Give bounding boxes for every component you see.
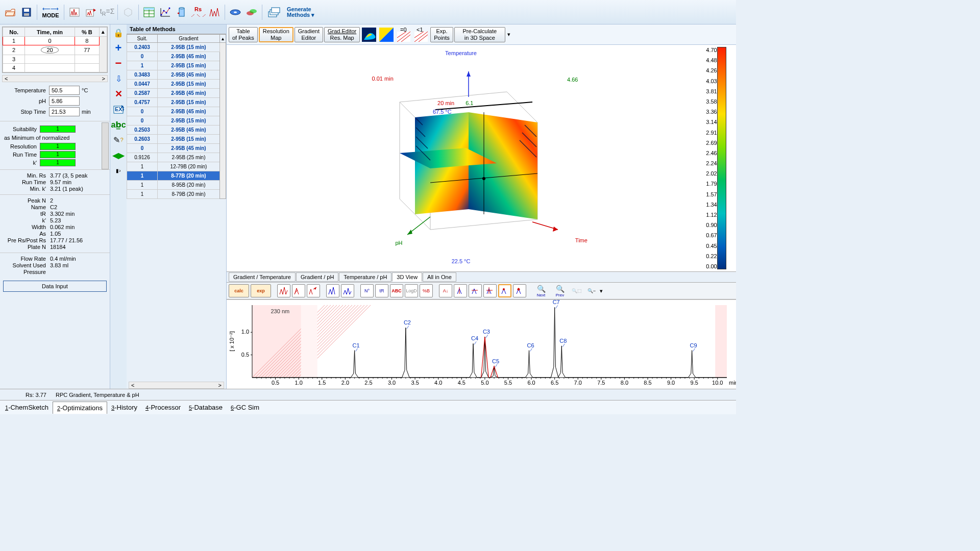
footer-tab[interactable]: 5-Database	[185, 402, 227, 413]
open-icon[interactable]	[3, 5, 17, 19]
zoom-area-icon[interactable]: 🔍⬚	[570, 284, 583, 297]
column-icon[interactable]	[175, 5, 189, 19]
ph-input[interactable]	[49, 96, 80, 106]
lock-icon[interactable]: 🔒	[112, 27, 125, 39]
hatch-lt1-icon[interactable]: <1	[413, 27, 429, 43]
table-icon[interactable]	[142, 5, 156, 19]
insert-icon[interactable]: ⇩	[112, 72, 125, 85]
remove-icon[interactable]: −	[112, 57, 125, 69]
method-row[interactable]: 0.25032-95B (45 min)	[127, 126, 226, 135]
peaks-blue2-icon[interactable]	[341, 284, 354, 297]
temperature-input[interactable]	[49, 86, 80, 95]
cursor5-icon[interactable]	[513, 284, 526, 297]
hatch-eq0-icon[interactable]: =0	[396, 27, 412, 43]
cursor2-icon[interactable]	[469, 284, 482, 297]
gradient-editor-button[interactable]: GradientEditor	[295, 27, 323, 42]
exp-points-button[interactable]: Exp.Points	[430, 27, 453, 42]
delete-icon[interactable]: ✕	[112, 88, 125, 100]
method-row[interactable]: 0.24032-95B (15 min)	[127, 43, 226, 52]
overlay-icon[interactable]	[244, 5, 259, 19]
save-icon[interactable]	[19, 5, 34, 19]
method-row[interactable]: 0.04472-95B (15 min)	[127, 80, 226, 89]
exp-button[interactable]: exp	[251, 284, 271, 297]
stoptime-input[interactable]	[49, 107, 80, 116]
hscrollbar[interactable]: <>	[2, 75, 108, 82]
dropdown-icon[interactable]: ▾	[600, 288, 603, 294]
logd-button[interactable]: LogD	[405, 284, 418, 297]
view-tab[interactable]: Gradient / pH	[296, 272, 338, 282]
sigma-icon[interactable]: tR=Σ	[100, 5, 114, 19]
pb-button[interactable]: %B	[420, 284, 433, 297]
structure-icon[interactable]	[121, 5, 135, 19]
grad-editor-resmap-button[interactable]: Grad.EditorRes. Map	[324, 27, 360, 42]
method-row[interactable]: 18-77B (20 min)	[127, 171, 226, 181]
svg-marker-53	[314, 287, 316, 290]
view-tab[interactable]: Gradient / Temperature	[229, 272, 296, 282]
gradient-table[interactable]: No.Time, min% B▴ 108 22077 3 4	[2, 27, 108, 73]
generate-methods-button[interactable]: Generate Methods ▾	[287, 7, 314, 18]
next-button[interactable]: 🔍Next	[532, 284, 550, 297]
add-icon[interactable]: +	[112, 42, 125, 54]
expand-icon[interactable]: ▮›	[112, 164, 125, 177]
rs-icon[interactable]: Rs⟋⟍⟋	[191, 5, 205, 19]
cursor3-icon[interactable]	[483, 284, 497, 297]
method-row[interactable]: 0.25872-95B (45 min)	[127, 89, 226, 98]
gradient-icon[interactable]	[378, 27, 395, 43]
precalc-button[interactable]: Pre-Calculatein 3D Space	[454, 27, 505, 42]
methods-table[interactable]: Suit.Gradient▴ 0.24032-95B (15 min)02-95…	[127, 34, 226, 382]
contour-icon[interactable]	[361, 27, 377, 43]
import-icon[interactable]	[84, 5, 98, 19]
method-row[interactable]: 02-95B (15 min)	[127, 116, 226, 126]
footer-tab[interactable]: 4-Processor	[141, 402, 185, 413]
method-row[interactable]: 12-95B (15 min)	[127, 61, 226, 70]
method-row[interactable]: 02-95B (45 min)	[127, 107, 226, 116]
pencil-icon[interactable]: ✎?	[112, 134, 125, 146]
peaks-hatch-icon[interactable]	[292, 284, 305, 297]
footer-tab[interactable]: 6-GC Sim	[227, 402, 263, 413]
prev-button[interactable]: 🔍Prev	[551, 284, 569, 297]
vscrollbar[interactable]	[102, 122, 109, 169]
cursor1-icon[interactable]	[454, 284, 467, 297]
data-input-button[interactable]: Data Input	[3, 281, 107, 292]
disc-icon[interactable]	[228, 5, 242, 19]
chromatogram[interactable]: [ x 10⁻²]230 nm0.51.00.51.01.52.02.53.03…	[227, 299, 736, 389]
nav-icon[interactable]: ◀▶	[112, 149, 125, 161]
method-row[interactable]: 18-95B (20 min)	[127, 181, 226, 190]
cursor4-active-icon[interactable]	[498, 284, 511, 297]
footer-tab[interactable]: 3-History	[107, 402, 141, 413]
dropdown-icon[interactable]: ▾	[507, 31, 510, 38]
peaks-arrow-icon[interactable]	[307, 284, 320, 297]
footer-tab[interactable]: 1-ChemSketch	[1, 402, 53, 413]
stack-icon[interactable]	[265, 5, 283, 19]
methods-hscroll[interactable]: <>	[129, 382, 224, 389]
export-icon[interactable]: EXP	[112, 103, 125, 115]
resolution-map-button[interactable]: ResolutionMap	[259, 27, 293, 42]
calc-button[interactable]: calc	[229, 284, 249, 297]
method-row[interactable]: 0.26032-95B (15 min)	[127, 135, 226, 144]
marker-a-icon[interactable]: A↓	[439, 284, 452, 297]
zoom-out-icon[interactable]: 🔍−	[585, 284, 598, 297]
method-row[interactable]: 18-79B (20 min)	[127, 190, 226, 199]
view-tab[interactable]: All in One	[423, 272, 456, 282]
view-tab[interactable]: Temperature / pH	[339, 272, 391, 282]
peaks-icon[interactable]	[207, 5, 222, 19]
spectrum-icon[interactable]	[67, 5, 82, 19]
table-of-peaks-button[interactable]: Tableof Peaks	[229, 27, 258, 42]
view-tab[interactable]: 3D View	[392, 272, 422, 282]
peaks-blue1-icon[interactable]	[326, 284, 339, 297]
mode-button[interactable]: ⟵⟶MODE	[40, 5, 61, 19]
method-row[interactable]: 0.47572-95B (15 min)	[127, 98, 226, 107]
peaks-red-icon[interactable]	[277, 284, 290, 297]
method-row[interactable]: 02-95B (45 min)	[127, 144, 226, 153]
tr-label-button[interactable]: tR	[375, 284, 388, 297]
method-row[interactable]: 0.34832-95B (45 min)	[127, 70, 226, 80]
method-row[interactable]: 02-95B (45 min)	[127, 52, 226, 61]
abc-label-button[interactable]: ABC	[390, 284, 403, 297]
cube-3d-view[interactable]: Temperature 0.01 min 4.66 20 min 6.1 67.…	[227, 45, 695, 271]
footer-tab[interactable]: 2-Optimizations	[53, 402, 107, 414]
method-row[interactable]: 112-79B (20 min)	[127, 162, 226, 171]
method-row[interactable]: 0.91262-95B (25 min)	[127, 153, 226, 162]
highlight-icon[interactable]: ab̲c	[112, 118, 125, 131]
no-label-button[interactable]: N°	[360, 284, 374, 297]
plot-icon[interactable]	[158, 5, 173, 19]
